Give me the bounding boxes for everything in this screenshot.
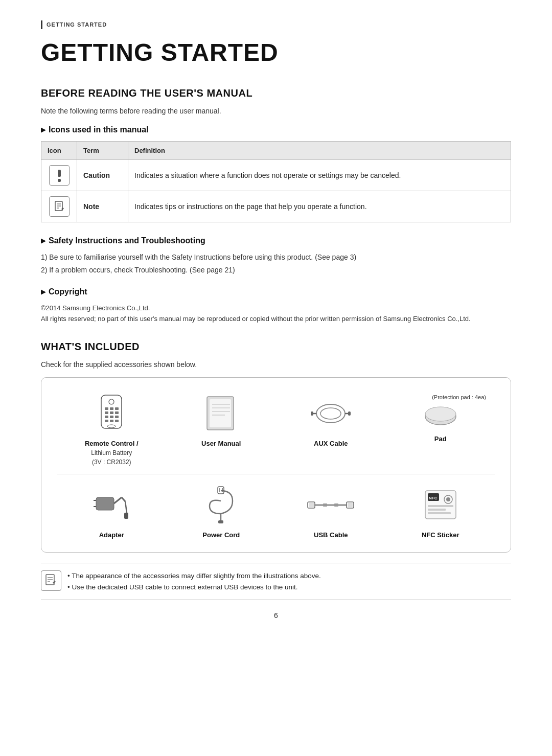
svg-rect-15 [110, 416, 113, 418]
whats-included-section: WHAT'S INCLUDED Check for the supplied a… [41, 339, 511, 601]
note-item-2: Use the dedicated USB cable to connect e… [67, 582, 321, 593]
copyright-line1: ©2014 Samsung Electronics Co.,Ltd. [41, 304, 150, 312]
svg-line-38 [125, 501, 127, 513]
note-icon [49, 196, 70, 217]
manual-label: User Manual [201, 439, 241, 448]
svg-rect-0 [58, 170, 61, 177]
svg-rect-13 [115, 411, 119, 414]
list-item: 1) Be sure to familiarise yourself with … [41, 252, 511, 263]
col-term: Term [77, 141, 128, 160]
svg-rect-46 [218, 520, 223, 523]
accessories-box: Remote Control / Lithium Battery(3V : CR… [41, 377, 511, 553]
nfc-label: NFC Sticker [422, 531, 459, 540]
svg-rect-59 [428, 505, 453, 507]
svg-point-7 [109, 399, 114, 404]
svg-rect-30 [311, 411, 313, 416]
usb-cable-label: USB Cable [314, 531, 348, 540]
remote-img [96, 393, 127, 434]
svg-rect-1 [58, 179, 61, 182]
accessory-aux: AUX Cable [276, 388, 386, 469]
svg-point-28 [320, 408, 341, 419]
caution-icon [49, 165, 70, 186]
copyright-line2: All rights reserved; no part of this use… [41, 315, 471, 323]
svg-rect-39 [124, 513, 128, 519]
safety-title: Safety Instructions and Troubleshooting [41, 235, 511, 247]
copyright-text: ©2014 Samsung Electronics Co.,Ltd. All r… [41, 303, 511, 325]
pad-label: Pad [434, 434, 447, 444]
svg-point-58 [446, 497, 450, 501]
whats-included-intro: Check for the supplied accessories shown… [41, 359, 511, 370]
copyright-title: Copyright [41, 286, 511, 298]
power-cord-label: Power Cord [202, 531, 240, 540]
safety-list: 1) Be sure to familiarise yourself with … [41, 252, 511, 276]
note-box: The appearance of the accessories may di… [41, 563, 511, 600]
svg-line-36 [114, 497, 122, 503]
usb-cable-img [308, 485, 354, 525]
adapter-img [94, 485, 129, 525]
section-label: Getting Started [41, 20, 511, 29]
caution-icon-cell [41, 160, 77, 191]
copyright-section: Copyright ©2014 Samsung Electronics Co.,… [41, 286, 511, 325]
svg-rect-48 [309, 503, 314, 507]
accessory-manual: User Manual [167, 388, 277, 469]
protection-pad-label: (Protection pad : 4ea) [390, 393, 492, 402]
svg-rect-12 [110, 411, 113, 414]
svg-rect-18 [110, 420, 113, 422]
list-item: 2) If a problem occurs, check Troublesho… [41, 265, 511, 276]
svg-rect-61 [428, 512, 451, 514]
svg-rect-8 [105, 407, 108, 410]
svg-line-37 [122, 497, 125, 501]
accessory-usb-cable: USB Cable [276, 479, 386, 542]
nfc-img: NFC [423, 485, 458, 525]
note-icon-cell [41, 191, 77, 222]
table-row: Note Indicates tips or instructions on t… [41, 191, 511, 222]
aux-label: AUX Cable [314, 439, 348, 448]
svg-rect-9 [110, 407, 113, 410]
svg-rect-35 [96, 497, 114, 510]
before-reading-intro: Note the following terms before reading … [41, 106, 511, 117]
col-definition: Definition [128, 141, 511, 160]
svg-point-20 [107, 425, 116, 428]
accessory-adapter: Adapter [57, 479, 167, 542]
table-row: Caution Indicates a situation where a fu… [41, 160, 511, 191]
accessories-row-1: Remote Control / Lithium Battery(3V : CR… [57, 388, 495, 469]
svg-rect-60 [428, 509, 446, 511]
before-reading-title: BEFORE READING THE USER'S MANUAL [41, 85, 511, 101]
note-definition: Indicates tips or instructions on the pa… [128, 191, 511, 222]
caution-definition: Indicates a situation where a function d… [128, 160, 511, 191]
icons-title: Icons used in this manual [41, 124, 511, 136]
row-divider [57, 474, 495, 474]
page-title: GETTING STARTED [41, 34, 511, 71]
remote-label: Remote Control / [85, 439, 139, 448]
svg-rect-53 [334, 503, 338, 507]
caution-term: Caution [77, 160, 128, 191]
svg-rect-19 [115, 420, 119, 422]
svg-rect-22 [210, 399, 231, 427]
note-term: Note [77, 191, 128, 222]
safety-section: Safety Instructions and Troubleshooting … [41, 235, 511, 276]
pad-img [423, 401, 458, 429]
aux-img [310, 393, 351, 434]
svg-rect-52 [323, 503, 327, 507]
svg-rect-51 [348, 503, 353, 507]
note-box-icon [41, 570, 61, 591]
accessory-power-cord: Power Cord [167, 479, 277, 542]
svg-rect-10 [115, 407, 119, 410]
svg-rect-32 [348, 411, 351, 416]
svg-rect-14 [105, 416, 108, 418]
whats-included-title: WHAT'S INCLUDED [41, 339, 511, 354]
accessory-remote: Remote Control / Lithium Battery(3V : CR… [57, 388, 167, 469]
icons-table: Icon Term Definition [41, 141, 511, 223]
page-number: 6 [41, 610, 511, 621]
note-content: The appearance of the accessories may di… [67, 570, 321, 592]
svg-rect-17 [105, 420, 108, 422]
svg-text:NFC: NFC [429, 496, 438, 500]
accessories-row-2: Adapter Power [57, 479, 495, 542]
svg-rect-16 [115, 416, 119, 418]
col-icon: Icon [41, 141, 77, 160]
svg-point-34 [425, 407, 456, 421]
before-reading-section: BEFORE READING THE USER'S MANUAL Note th… [41, 85, 511, 325]
adapter-label: Adapter [99, 531, 124, 540]
accessory-pad: (Protection pad : 4ea) Pad [386, 388, 496, 469]
power-cord-img [204, 485, 238, 525]
